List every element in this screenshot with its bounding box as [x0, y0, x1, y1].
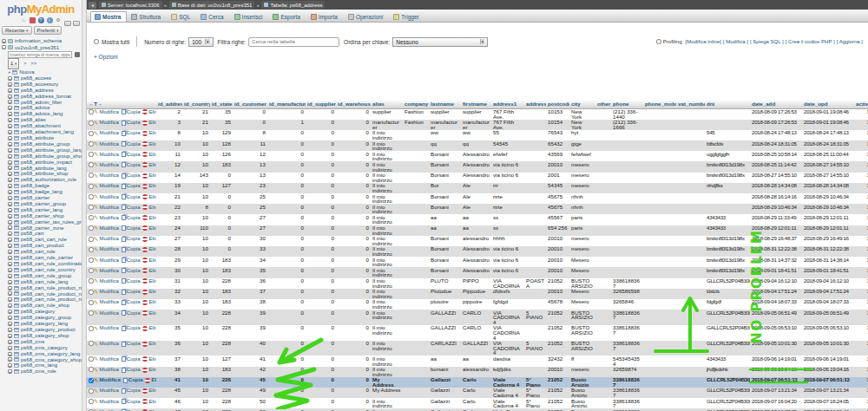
cell-id_manufacturer[interactable]: 0	[267, 267, 306, 277]
cell-id_address[interactable]: 29	[156, 257, 182, 267]
expand-plus-icon[interactable]: +	[8, 322, 12, 326]
row-copia-link[interactable]: Copia	[123, 377, 143, 382]
cell-date_add[interactable]: 2018-08-27 14:55:10	[750, 173, 802, 183]
cell-firstname[interactable]: Ale	[461, 183, 491, 193]
cell-vat_number[interactable]	[676, 388, 705, 398]
cell-id_manufacturer[interactable]: 0	[267, 377, 306, 388]
column-header-address1[interactable]: address1	[491, 100, 524, 108]
sidebar-table-ps68_carrier[interactable]: +ps68_carrier	[8, 195, 82, 201]
cell-phone_mobile[interactable]	[643, 310, 676, 325]
cell-firstname[interactable]: CARLO	[461, 325, 491, 341]
cell-id_warehouse[interactable]: 0	[336, 257, 371, 267]
cell-active[interactable]: 1	[854, 214, 868, 225]
cell-id_state[interactable]: 0	[210, 246, 233, 257]
cell-active[interactable]: 1	[854, 310, 868, 325]
cell-lastname[interactable]: GALLAZZI	[429, 325, 461, 341]
cell-id_country[interactable]: 10	[182, 236, 210, 246]
cell-company[interactable]	[403, 377, 429, 388]
cell-address1[interactable]: efwfef	[491, 151, 524, 161]
cell-date_add[interactable]: 2018-09-05 06:51:49	[750, 310, 802, 325]
expand-plus-icon[interactable]: +	[8, 148, 12, 153]
cell-id_warehouse[interactable]: 0	[336, 289, 371, 299]
row-copia-link[interactable]: Copia	[122, 268, 141, 273]
cell-address2[interactable]	[524, 257, 546, 267]
cell-active[interactable]: 1	[854, 341, 868, 356]
options-toggle[interactable]: + Opzioni	[94, 54, 118, 60]
cell-id_supplier[interactable]: 0	[306, 388, 336, 398]
cell-alias[interactable]: Il mio indirizzo	[371, 398, 403, 408]
row-elimina-link[interactable]: Elimina	[142, 205, 156, 210]
row-elimina-link[interactable]: Elimina	[142, 356, 156, 362]
cell-id_state[interactable]: 228	[210, 377, 233, 388]
cell-id_country[interactable]: 10	[182, 130, 210, 140]
row-copia-link[interactable]: Copia	[122, 325, 141, 330]
expand-plus-icon[interactable]: +	[8, 244, 12, 248]
cell-id_customer[interactable]: 36	[233, 278, 267, 289]
cell-address1[interactable]: VIA CADORNA 4	[491, 310, 524, 325]
cell-date_upd[interactable]: 2018-09-07 13:21:34	[802, 388, 854, 398]
cell-id_customer[interactable]: 0	[233, 108, 267, 120]
cell-city[interactable]: BUSTO ARSIZIO	[569, 310, 595, 325]
row-modifica-link[interactable]: ✎Modifica	[94, 173, 119, 178]
row-copia-link[interactable]: Copia	[122, 152, 141, 157]
show-all-control[interactable]: Mostra tutti	[94, 39, 129, 45]
cell-id_address[interactable]: 36	[156, 341, 182, 356]
expand-plus-icon[interactable]: +	[8, 346, 12, 350]
row-elimina-link[interactable]: Elimina	[142, 325, 156, 330]
cell-id_supplier[interactable]: 0	[306, 299, 336, 310]
expand-plus-icon[interactable]: +	[8, 352, 12, 356]
cell-address2[interactable]	[524, 225, 546, 236]
cell-company[interactable]	[403, 310, 429, 325]
cell-id_country[interactable]: 8	[182, 204, 210, 214]
sidebar-table-ps68_attribute_group_lang[interactable]: +ps68_attribute_group_lang	[8, 147, 82, 153]
cell-city[interactable]: New York	[569, 120, 595, 130]
cell-date_upd[interactable]: 2018-08-29 16:49:16	[802, 236, 854, 246]
cell-address1[interactable]: 55	[491, 130, 524, 140]
home-icon[interactable]: ⌂	[21, 17, 27, 23]
expand-plus-icon[interactable]: +	[8, 100, 12, 104]
sidebar-table-ps68_cms_category_lang[interactable]: +ps68_cms_category_lang	[8, 351, 82, 357]
cell-alias[interactable]: Il mio indirizzo	[371, 193, 403, 204]
cell-postcode[interactable]: 20010	[546, 236, 569, 246]
cell-id_state[interactable]: 127	[210, 183, 233, 193]
cell-postcode[interactable]: 10154	[546, 120, 569, 130]
cell-id_supplier[interactable]: 0	[306, 398, 336, 408]
cell-address1[interactable]: rrr	[491, 183, 524, 193]
cell-id_customer[interactable]: 0	[233, 120, 267, 130]
cell-id_supplier[interactable]: 0	[306, 225, 336, 236]
cell-lastname[interactable]: plutotre	[429, 299, 461, 310]
row-elimina-link[interactable]: Elimina	[142, 299, 156, 304]
row-copia-link[interactable]: Copia	[122, 258, 141, 263]
sidebar-table-ps68_cart_rule_carrier[interactable]: +ps68_cart_rule_carrier	[8, 255, 82, 261]
cell-address1[interactable]: dfdssfs	[491, 289, 524, 299]
cell-phone[interactable]: 326586598	[611, 289, 643, 299]
cell-alias[interactable]: Il mio indirizzo	[371, 325, 403, 341]
cell-date_add[interactable]: 2018-09-04 18:07:33	[750, 299, 802, 310]
row-modifica-link[interactable]: ✎Modifica	[94, 162, 119, 167]
cell-alias[interactable]: My Address	[371, 388, 403, 398]
cell-lastname[interactable]: aa	[429, 356, 461, 366]
cell-id_country[interactable]: 10	[182, 267, 210, 277]
column-header-id_warehouse[interactable]: id_warehouse	[336, 100, 371, 108]
db-item-information-schema[interactable]: +information_schema	[2, 38, 82, 45]
cell-postcode[interactable]: 43569	[546, 151, 569, 161]
logout-icon[interactable]	[30, 17, 36, 23]
cell-id_state[interactable]: 228	[210, 325, 233, 341]
sidebar-table-ps68_attribute_group[interactable]: +ps68_attribute_group	[8, 141, 82, 147]
cell-postcode[interactable]: 20010	[546, 246, 569, 257]
cell-address2[interactable]	[524, 120, 546, 130]
expand-plus-icon[interactable]: +	[8, 208, 12, 212]
cell-alias[interactable]: Il mio indirizzo	[371, 161, 403, 172]
cell-active[interactable]: 1	[854, 278, 868, 289]
info-icon[interactable]: i	[47, 17, 53, 23]
cell-id_country[interactable]: 10	[182, 299, 210, 310]
cell-date_add[interactable]: 2018-09-07 06:51:13	[750, 377, 802, 388]
cell-date_add[interactable]: 2018-08-28 14:34:08	[750, 183, 802, 193]
cell-id_warehouse[interactable]: 0	[336, 398, 371, 408]
cell-alias[interactable]: Il mio indirizzo	[371, 214, 403, 225]
cell-city[interactable]: paris	[569, 225, 595, 236]
cell-dni[interactable]: fdfscfds	[705, 140, 750, 151]
cell-id_manufacturer[interactable]: 0	[267, 204, 306, 214]
cell-id_country[interactable]: 10	[182, 246, 210, 257]
expand-plus-icon[interactable]: +	[8, 178, 12, 182]
